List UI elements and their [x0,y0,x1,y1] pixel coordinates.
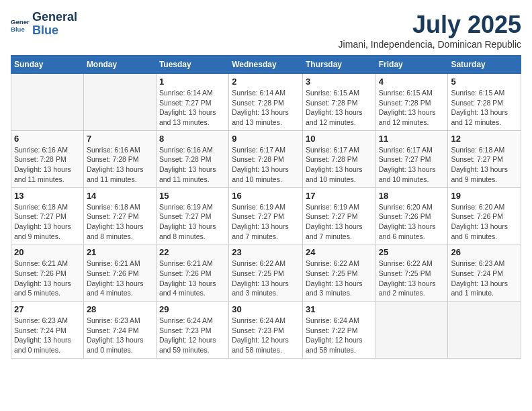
calendar-cell: 5Sunrise: 6:15 AM Sunset: 7:28 PM Daylig… [448,74,521,131]
day-content: Sunrise: 6:24 AM Sunset: 7:23 PM Dayligh… [232,316,300,355]
calendar-cell: 9Sunrise: 6:17 AM Sunset: 7:28 PM Daylig… [229,130,303,187]
day-number: 2 [232,77,300,87]
calendar-table: SundayMondayTuesdayWednesdayThursdayFrid… [11,55,521,359]
calendar-cell: 17Sunrise: 6:19 AM Sunset: 7:27 PM Dayli… [302,187,375,244]
day-number: 8 [159,134,226,144]
day-number: 25 [379,247,445,257]
day-content: Sunrise: 6:24 AM Sunset: 7:23 PM Dayligh… [159,316,226,355]
day-number: 6 [14,134,81,144]
header-day: Monday [83,56,156,74]
day-content: Sunrise: 6:20 AM Sunset: 7:26 PM Dayligh… [451,202,518,242]
day-number: 19 [451,191,518,201]
calendar-cell: 15Sunrise: 6:19 AM Sunset: 7:27 PM Dayli… [156,187,228,244]
day-number: 7 [87,134,153,144]
calendar-cell: 19Sunrise: 6:20 AM Sunset: 7:26 PM Dayli… [448,187,521,244]
day-content: Sunrise: 6:18 AM Sunset: 7:27 PM Dayligh… [451,145,518,185]
day-number: 13 [14,191,81,201]
day-number: 31 [306,304,373,314]
svg-text:Blue: Blue [11,25,25,32]
day-content: Sunrise: 6:14 AM Sunset: 7:28 PM Dayligh… [232,88,300,128]
calendar-cell: 30Sunrise: 6:24 AM Sunset: 7:23 PM Dayli… [229,302,303,359]
calendar-cell: 11Sunrise: 6:17 AM Sunset: 7:27 PM Dayli… [375,130,448,187]
day-number: 14 [87,191,153,201]
day-content: Sunrise: 6:17 AM Sunset: 7:28 PM Dayligh… [306,145,373,185]
day-number: 9 [232,134,300,144]
calendar-cell: 23Sunrise: 6:22 AM Sunset: 7:25 PM Dayli… [229,244,303,302]
calendar-cell: 10Sunrise: 6:17 AM Sunset: 7:28 PM Dayli… [302,130,375,187]
day-number: 16 [232,191,300,201]
calendar-cell: 7Sunrise: 6:16 AM Sunset: 7:28 PM Daylig… [83,130,156,187]
calendar-week-row: 27Sunrise: 6:23 AM Sunset: 7:24 PM Dayli… [11,302,521,359]
day-number: 28 [87,304,153,314]
day-number: 21 [87,247,153,257]
header-day: Sunday [11,56,84,74]
calendar-cell: 20Sunrise: 6:21 AM Sunset: 7:26 PM Dayli… [11,244,84,302]
logo-icon: General Blue [11,15,30,34]
day-content: Sunrise: 6:16 AM Sunset: 7:28 PM Dayligh… [159,145,226,185]
day-number: 11 [379,134,445,144]
svg-text:General: General [11,18,30,26]
day-content: Sunrise: 6:20 AM Sunset: 7:26 PM Dayligh… [379,202,445,242]
day-content: Sunrise: 6:17 AM Sunset: 7:27 PM Dayligh… [379,145,445,185]
header-day: Friday [375,56,448,74]
day-number: 1 [159,77,226,87]
day-number: 30 [232,304,300,314]
calendar-cell: 28Sunrise: 6:23 AM Sunset: 7:24 PM Dayli… [83,302,156,359]
day-content: Sunrise: 6:23 AM Sunset: 7:24 PM Dayligh… [14,316,81,355]
day-content: Sunrise: 6:19 AM Sunset: 7:27 PM Dayligh… [306,202,373,242]
calendar-cell: 14Sunrise: 6:18 AM Sunset: 7:27 PM Dayli… [83,187,156,244]
calendar-cell: 4Sunrise: 6:15 AM Sunset: 7:28 PM Daylig… [375,74,448,131]
calendar-subtitle: Jimani, Independencia, Dominican Republi… [339,39,521,50]
header-day: Thursday [302,56,375,74]
day-number: 29 [159,304,226,314]
day-content: Sunrise: 6:21 AM Sunset: 7:26 PM Dayligh… [87,259,153,298]
day-content: Sunrise: 6:16 AM Sunset: 7:28 PM Dayligh… [87,145,153,185]
day-number: 24 [306,247,373,257]
calendar-week-row: 6Sunrise: 6:16 AM Sunset: 7:28 PM Daylig… [11,130,521,187]
logo: General Blue General Blue [11,11,77,38]
calendar-week-row: 13Sunrise: 6:18 AM Sunset: 7:27 PM Dayli… [11,187,521,244]
calendar-week-row: 20Sunrise: 6:21 AM Sunset: 7:26 PM Dayli… [11,244,521,302]
day-content: Sunrise: 6:21 AM Sunset: 7:26 PM Dayligh… [159,259,226,298]
day-content: Sunrise: 6:19 AM Sunset: 7:27 PM Dayligh… [159,202,226,242]
day-content: Sunrise: 6:15 AM Sunset: 7:28 PM Dayligh… [306,88,373,128]
header-day: Saturday [448,56,521,74]
day-number: 15 [159,191,226,201]
calendar-cell [83,74,156,131]
calendar-cell: 29Sunrise: 6:24 AM Sunset: 7:23 PM Dayli… [156,302,228,359]
day-content: Sunrise: 6:16 AM Sunset: 7:28 PM Dayligh… [14,145,81,185]
day-number: 12 [451,134,518,144]
day-content: Sunrise: 6:18 AM Sunset: 7:27 PM Dayligh… [14,202,81,242]
day-number: 18 [379,191,445,201]
day-number: 3 [306,77,373,87]
calendar-cell: 16Sunrise: 6:19 AM Sunset: 7:27 PM Dayli… [229,187,303,244]
day-content: Sunrise: 6:14 AM Sunset: 7:27 PM Dayligh… [159,88,226,128]
calendar-cell: 18Sunrise: 6:20 AM Sunset: 7:26 PM Dayli… [375,187,448,244]
day-content: Sunrise: 6:22 AM Sunset: 7:25 PM Dayligh… [232,259,300,298]
day-number: 4 [379,77,445,87]
day-number: 23 [232,247,300,257]
day-number: 17 [306,191,373,201]
calendar-cell [375,302,448,359]
day-content: Sunrise: 6:22 AM Sunset: 7:25 PM Dayligh… [306,259,373,298]
calendar-cell: 22Sunrise: 6:21 AM Sunset: 7:26 PM Dayli… [156,244,228,302]
header-day: Wednesday [229,56,303,74]
header-day: Tuesday [156,56,228,74]
calendar-cell: 25Sunrise: 6:22 AM Sunset: 7:25 PM Dayli… [375,244,448,302]
day-content: Sunrise: 6:21 AM Sunset: 7:26 PM Dayligh… [14,259,81,298]
day-number: 22 [159,247,226,257]
calendar-cell: 21Sunrise: 6:21 AM Sunset: 7:26 PM Dayli… [83,244,156,302]
day-content: Sunrise: 6:24 AM Sunset: 7:22 PM Dayligh… [306,316,373,355]
calendar-cell: 24Sunrise: 6:22 AM Sunset: 7:25 PM Dayli… [302,244,375,302]
calendar-cell: 13Sunrise: 6:18 AM Sunset: 7:27 PM Dayli… [11,187,84,244]
day-number: 10 [306,134,373,144]
calendar-header: SundayMondayTuesdayWednesdayThursdayFrid… [11,56,521,74]
day-content: Sunrise: 6:19 AM Sunset: 7:27 PM Dayligh… [232,202,300,242]
calendar-cell: 1Sunrise: 6:14 AM Sunset: 7:27 PM Daylig… [156,74,228,131]
page-header: General Blue General Blue July 2025 Jima… [11,11,521,50]
calendar-cell: 8Sunrise: 6:16 AM Sunset: 7:28 PM Daylig… [156,130,228,187]
calendar-cell: 26Sunrise: 6:23 AM Sunset: 7:24 PM Dayli… [448,244,521,302]
day-number: 5 [451,77,518,87]
calendar-cell [11,74,84,131]
calendar-cell: 6Sunrise: 6:16 AM Sunset: 7:28 PM Daylig… [11,130,84,187]
